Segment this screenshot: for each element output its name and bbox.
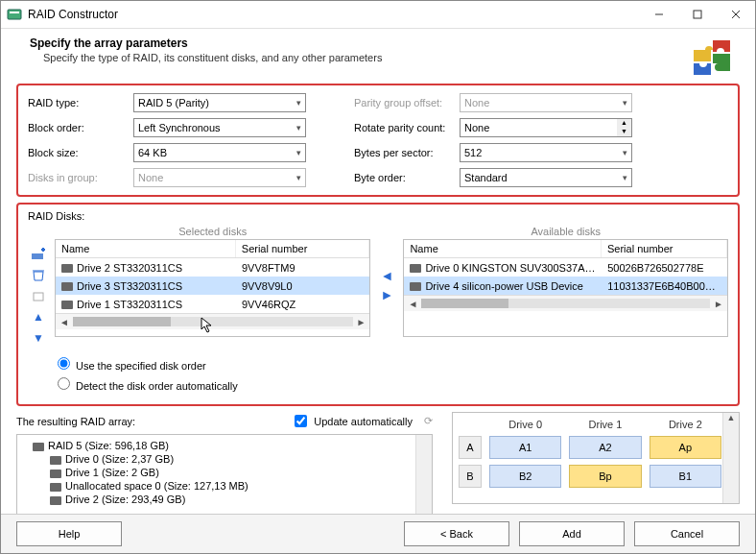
- stripe-cell: A2: [569, 436, 641, 459]
- stripe-header: Drive 2: [650, 419, 721, 430]
- block-order-label: Block order:: [28, 122, 133, 133]
- byte-order-label: Byte order:: [354, 172, 460, 183]
- tree-node: Drive 2 (Size: 293,49 GB): [50, 493, 426, 506]
- available-disks-title: Available disks: [403, 224, 728, 239]
- tree-node: Drive 0 (Size: 2,37 GB): [50, 452, 426, 466]
- page-subtitle: Specify the type of RAID, its constituen…: [43, 52, 690, 63]
- table-row[interactable]: Drive 0 KINGSTON SUV300S37A240G50026B726…: [404, 258, 727, 277]
- move-right-button[interactable]: ►: [380, 287, 393, 302]
- byte-order-select[interactable]: Standard▾: [460, 168, 632, 187]
- back-button[interactable]: < Back: [404, 521, 509, 546]
- chevron-down-icon: ▾: [623, 148, 627, 157]
- stripe-vscroll[interactable]: ▲: [722, 413, 739, 503]
- window-title: RAID Constructor: [28, 8, 640, 21]
- available-disks-table[interactable]: Name Serial number Drive 0 KINGSTON SUV3…: [403, 239, 728, 337]
- table-row[interactable]: Drive 4 silicon-power USB Device11031337…: [404, 277, 727, 295]
- col-serial[interactable]: Serial number: [602, 240, 727, 257]
- disks-group-select[interactable]: None▾: [133, 168, 306, 187]
- stripe-cell: Ap: [650, 436, 721, 459]
- app-window: RAID Constructor Specify the array param…: [0, 0, 756, 554]
- svg-rect-1: [10, 12, 19, 13]
- maximize-button[interactable]: [678, 1, 717, 28]
- svg-rect-10: [34, 293, 43, 301]
- tree-node: RAID 5 (Size: 596,18 GB): [33, 439, 426, 452]
- col-serial[interactable]: Serial number: [236, 240, 370, 257]
- stripe-row-label: B: [459, 465, 482, 488]
- raid-type-label: RAID type:: [28, 97, 133, 108]
- stripe-header: Drive 1: [569, 419, 641, 430]
- table-row[interactable]: Drive 3 ST3320311CS9VV8V9L0: [56, 277, 369, 295]
- move-left-button[interactable]: ◄: [380, 268, 393, 283]
- chevron-down-icon: ▾: [296, 123, 301, 132]
- stripe-cell: Bp: [569, 465, 641, 488]
- bytes-sector-select[interactable]: 512▾: [460, 143, 632, 162]
- raid-type-select[interactable]: RAID 5 (Parity)▾: [133, 93, 306, 112]
- chevron-down-icon: ▾: [296, 173, 301, 182]
- stripe-diagram: Drive 0Drive 1Drive 2AA1A2ApBB2BpB1 ▲: [452, 412, 740, 504]
- rotate-parity-spinner[interactable]: None ▲▼: [460, 118, 632, 137]
- chevron-down-icon: ▾: [623, 98, 627, 108]
- spin-up-icon[interactable]: ▲: [617, 119, 631, 128]
- app-icon: [7, 7, 22, 22]
- remove-disk-button[interactable]: [30, 266, 47, 283]
- stripe-row-label: A: [459, 436, 482, 459]
- help-button[interactable]: Help: [16, 521, 122, 546]
- stripe-cell: A1: [489, 436, 561, 459]
- titlebar: RAID Constructor: [1, 1, 755, 29]
- tree-node: Drive 1 (Size: 2 GB): [50, 466, 426, 479]
- chevron-down-icon: ▾: [296, 98, 301, 108]
- spin-down-icon[interactable]: ▼: [617, 128, 631, 136]
- scroll-right-icon[interactable]: ►: [714, 299, 723, 309]
- svg-rect-6: [32, 253, 43, 259]
- selected-disks-table[interactable]: Name Serial number Drive 2 ST3320311CS9V…: [55, 239, 370, 337]
- page-title: Specify the array parameters: [30, 36, 690, 50]
- move-down-button[interactable]: ▼: [30, 329, 47, 347]
- available-hscroll[interactable]: ◄ ►: [404, 295, 727, 311]
- footer: Help < Back Add Cancel: [1, 514, 755, 553]
- radio-detect-auto[interactable]: Detect the disk order automatically: [53, 374, 728, 392]
- bytes-sector-label: Bytes per sector:: [354, 147, 460, 158]
- selected-disks-title: Selected disks: [55, 224, 370, 239]
- chevron-down-icon: ▾: [296, 148, 301, 157]
- col-name[interactable]: Name: [56, 240, 236, 257]
- block-order-select[interactable]: Left Synchronous▾: [133, 118, 306, 137]
- add-button[interactable]: Add: [519, 521, 625, 546]
- rotate-parity-label: Rotate parity count:: [354, 122, 460, 133]
- edit-disk-button[interactable]: [30, 287, 47, 304]
- minimize-button[interactable]: [640, 1, 678, 28]
- block-size-select[interactable]: 64 KB▾: [133, 143, 306, 162]
- update-auto-checkbox[interactable]: Update automatically: [291, 412, 413, 430]
- tree-node: Unallocated space 0 (Size: 127,13 MB): [50, 479, 426, 493]
- parameters-group: RAID type: RAID 5 (Parity)▾ Parity group…: [16, 84, 740, 197]
- parity-offset-select[interactable]: None▾: [460, 93, 632, 112]
- stripe-header: Drive 0: [489, 419, 561, 430]
- cancel-button[interactable]: Cancel: [634, 521, 740, 546]
- scroll-left-icon[interactable]: ◄: [59, 317, 69, 327]
- disks-group-label: Disks in group:: [28, 172, 133, 183]
- selected-hscroll[interactable]: ◄ ►: [56, 313, 369, 329]
- puzzle-icon: [690, 38, 734, 80]
- add-disk-button[interactable]: [30, 245, 47, 262]
- parity-offset-label: Parity group offset:: [354, 97, 460, 108]
- chevron-down-icon: ▾: [623, 173, 627, 182]
- svg-rect-0: [8, 10, 21, 19]
- stripe-cell: B2: [489, 465, 561, 488]
- result-title: The resulting RAID array:: [16, 416, 135, 427]
- move-up-button[interactable]: ▲: [30, 308, 47, 325]
- svg-rect-3: [694, 11, 701, 18]
- refresh-icon[interactable]: ⟳: [424, 415, 433, 427]
- table-row[interactable]: Drive 1 ST3320311CS9VV46RQZ: [56, 295, 369, 313]
- scroll-right-icon[interactable]: ►: [357, 317, 366, 327]
- radio-use-specified[interactable]: Use the specified disk order: [53, 354, 728, 372]
- stripe-cell: B1: [650, 465, 721, 488]
- col-name[interactable]: Name: [404, 240, 602, 257]
- raid-disks-group: RAID Disks: ▲ ▼ Selected disks: [16, 203, 740, 406]
- scroll-left-icon[interactable]: ◄: [408, 299, 417, 309]
- block-size-label: Block size:: [28, 147, 133, 158]
- close-button[interactable]: [717, 1, 755, 28]
- table-row[interactable]: Drive 2 ST3320311CS9VV8FTM9: [56, 258, 369, 277]
- raid-disks-title: RAID Disks:: [28, 210, 728, 222]
